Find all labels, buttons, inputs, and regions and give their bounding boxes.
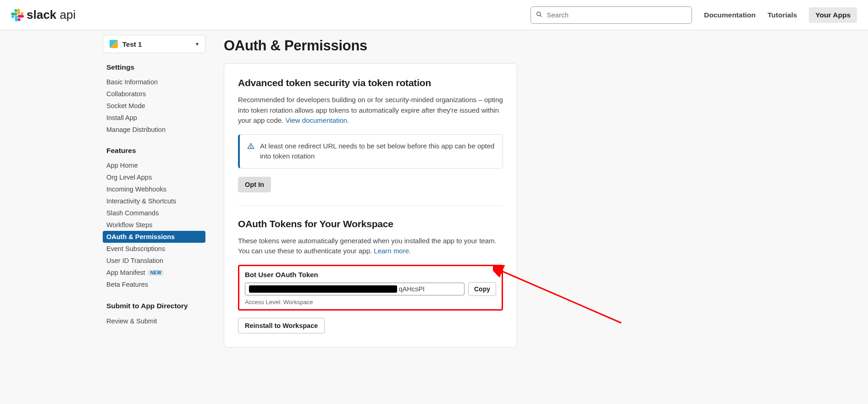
sidebar-item-oauth-permissions[interactable]: OAuth & Permissions: [103, 231, 205, 243]
sidebar-group-features: Features App Home Org Level Apps Incomin…: [103, 147, 205, 290]
bot-token-label: Bot User OAuth Token: [245, 271, 496, 278]
bot-token-field[interactable]: qAHcsPI: [245, 283, 464, 295]
alert-text: At least one redirect URL needs to be se…: [260, 141, 495, 162]
app-icon: [110, 40, 118, 48]
sidebar-item-review-submit[interactable]: Review & Submit: [103, 315, 205, 327]
chevron-down-icon: ▾: [196, 41, 199, 47]
sidebar: Test 1 ▾ Settings Basic Information Coll…: [103, 35, 205, 404]
sidebar-item-app-manifest[interactable]: App ManifestNEW: [103, 267, 205, 278]
sidebar-item-org-level-apps[interactable]: Org Level Apps: [103, 171, 205, 183]
sidebar-item-slash-commands[interactable]: Slash Commands: [103, 207, 205, 219]
logo[interactable]: slack api: [11, 8, 76, 22]
redacted-token: [249, 285, 397, 293]
slack-logo-icon: [11, 9, 24, 22]
redirect-url-warning: At least one redirect URL needs to be se…: [238, 134, 503, 169]
nav-your-apps[interactable]: Your Apps: [809, 7, 857, 23]
sidebar-item-interactivity-shortcuts[interactable]: Interactivity & Shortcuts: [103, 195, 205, 207]
app-select-label: Test 1: [122, 40, 196, 48]
svg-point-3: [250, 147, 251, 147]
sidebar-item-user-id-translation[interactable]: User ID Translation: [103, 255, 205, 267]
warning-icon: [247, 142, 254, 162]
oauth-tokens-body: These tokens were automatically generate…: [238, 237, 497, 255]
search-box: [531, 6, 692, 24]
new-badge: NEW: [148, 270, 164, 276]
content-card: Advanced token security via token rotati…: [224, 63, 517, 348]
svg-point-0: [537, 12, 541, 16]
sidebar-item-workflow-steps[interactable]: Workflow Steps: [103, 219, 205, 231]
sidebar-item-collaborators[interactable]: Collaborators: [103, 88, 205, 100]
reinstall-button[interactable]: Reinstall to Workspace: [238, 318, 325, 333]
sidebar-item-manage-distribution[interactable]: Manage Distribution: [103, 124, 205, 136]
copy-button[interactable]: Copy: [468, 282, 496, 296]
nav-tutorials[interactable]: Tutorials: [768, 11, 797, 19]
header: slack api Documentation Tutorials Your A…: [0, 0, 868, 30]
oauth-tokens-title: OAuth Tokens for Your Workspace: [238, 218, 503, 229]
sidebar-item-install-app[interactable]: Install App: [103, 112, 205, 124]
divider: [238, 205, 503, 206]
sidebar-group-settings: Settings Basic Information Collaborators…: [103, 63, 205, 136]
sidebar-heading: Settings: [106, 63, 205, 71]
sidebar-item-incoming-webhooks[interactable]: Incoming Webhooks: [103, 183, 205, 195]
logo-text: slack api: [27, 8, 76, 22]
token-rotation-title: Advanced token security via token rotati…: [238, 77, 503, 88]
token-rotation-body: Recommended for developers building on o…: [238, 96, 503, 124]
app-selector[interactable]: Test 1 ▾: [103, 35, 205, 53]
sidebar-item-basic-information[interactable]: Basic Information: [103, 76, 205, 88]
sidebar-item-beta-features[interactable]: Beta Features: [103, 278, 205, 290]
sidebar-item-socket-mode[interactable]: Socket Mode: [103, 100, 205, 112]
token-rotation-text: Recommended for developers building on o…: [238, 95, 503, 126]
sidebar-item-app-home[interactable]: App Home: [103, 159, 205, 171]
page-title: OAuth & Permissions: [224, 38, 517, 54]
learn-more-link[interactable]: Learn more.: [374, 247, 411, 255]
svg-line-1: [540, 15, 542, 17]
view-documentation-link[interactable]: View documentation.: [285, 116, 349, 124]
main: OAuth & Permissions Advanced token secur…: [224, 35, 517, 404]
opt-in-button[interactable]: Opt In: [238, 177, 271, 192]
search-input[interactable]: [531, 6, 692, 24]
nav-documentation[interactable]: Documentation: [704, 11, 756, 19]
sidebar-item-event-subscriptions[interactable]: Event Subscriptions: [103, 243, 205, 255]
search-icon: [536, 11, 542, 19]
sidebar-group-submit: Submit to App Directory Review & Submit: [103, 301, 205, 327]
sidebar-heading: Features: [106, 147, 205, 155]
sidebar-heading: Submit to App Directory: [106, 301, 205, 311]
access-level: Access Level: Workspace: [245, 299, 496, 306]
sidebar-item-label: App Manifest: [106, 269, 145, 276]
bot-token-highlight: Bot User OAuth Token qAHcsPI Copy Access…: [238, 265, 503, 311]
oauth-tokens-text: These tokens were automatically generate…: [238, 236, 503, 257]
token-tail: qAHcsPI: [399, 285, 425, 293]
